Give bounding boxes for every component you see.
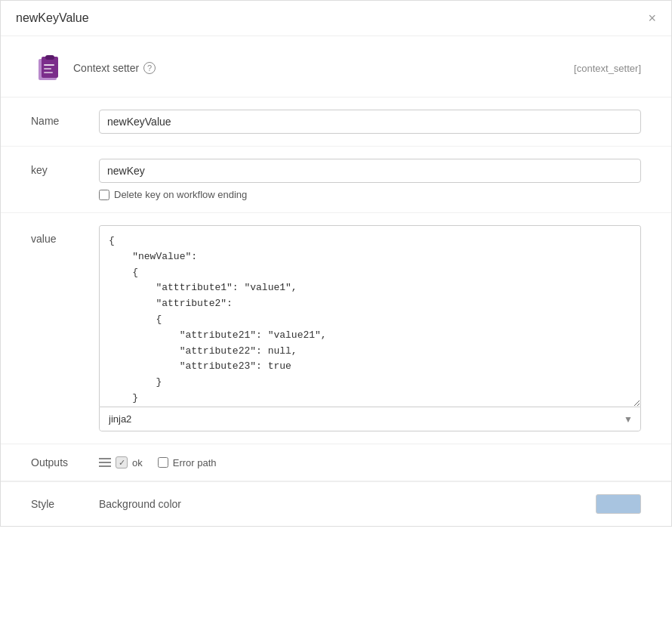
key-section: key Delete key on workflow ending — [1, 147, 671, 213]
error-path-wrapper: Error path — [158, 457, 217, 468]
name-label: Name — [31, 110, 99, 127]
key-label: key — [31, 159, 99, 176]
delete-key-label: Delete key on workflow ending — [114, 189, 247, 200]
key-input[interactable] — [99, 159, 641, 183]
name-input[interactable] — [99, 110, 641, 134]
hamburger-icon[interactable] — [99, 458, 111, 467]
error-path-label: Error path — [173, 457, 217, 468]
value-section: value { "newValue": { "atttribute1": "va… — [1, 213, 671, 431]
style-label: Style — [31, 498, 99, 510]
value-textarea[interactable]: { "newValue": { "atttribute1": "value1",… — [99, 225, 641, 407]
template-engine-select[interactable]: jinja2 none python — [100, 407, 640, 431]
color-swatch[interactable] — [596, 494, 641, 514]
hamburger-line-2 — [99, 462, 111, 463]
textarea-wrapper: { "newValue": { "atttribute1": "value1",… — [99, 225, 641, 431]
key-content: Delete key on workflow ending — [99, 159, 641, 200]
value-label: value — [31, 225, 99, 245]
svg-rect-2 — [45, 55, 54, 60]
context-setter-icon — [31, 51, 64, 85]
help-icon[interactable]: ? — [143, 62, 156, 74]
dialog: newKeyValue × — [0, 0, 672, 527]
style-content: Background color — [99, 494, 641, 514]
hamburger-line-3 — [99, 465, 111, 467]
ok-checkbox[interactable] — [116, 456, 128, 468]
dialog-header: newKeyValue × — [1, 1, 671, 36]
output-ok-item: ok — [99, 456, 143, 468]
error-path-checkbox[interactable] — [158, 457, 168, 468]
component-label: Context setter — [73, 62, 139, 74]
style-section: Style Background color — [1, 482, 671, 526]
outputs-label: Outputs — [31, 456, 99, 468]
component-type-tag: [context_setter] — [574, 63, 641, 74]
component-info: Context setter ? — [31, 51, 156, 85]
bg-color-label: Background color — [99, 498, 181, 510]
hamburger-line-1 — [99, 458, 111, 459]
close-button[interactable]: × — [648, 11, 656, 25]
delete-key-row: Delete key on workflow ending — [99, 189, 641, 200]
template-select-wrapper: jinja2 none python ▼ — [99, 407, 641, 431]
component-name-area: Context setter ? — [73, 62, 156, 74]
svg-rect-4 — [44, 68, 51, 70]
component-header: Context setter ? [context_setter] — [1, 36, 671, 97]
svg-rect-3 — [44, 64, 54, 66]
outputs-content: ok Error path — [99, 456, 217, 468]
output-ok-label: ok — [132, 457, 143, 468]
dialog-body: Context setter ? [context_setter] Name k… — [1, 36, 671, 526]
svg-rect-1 — [42, 57, 58, 78]
outputs-section: Outputs ok Error path — [1, 444, 671, 481]
dialog-title: newKeyValue — [16, 11, 89, 25]
name-section: Name — [1, 97, 671, 147]
svg-rect-5 — [44, 72, 53, 73]
delete-key-checkbox[interactable] — [99, 190, 109, 200]
name-content — [99, 110, 641, 134]
